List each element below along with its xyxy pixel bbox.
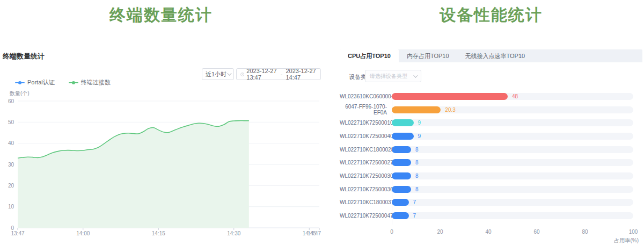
bar-chart-x-label: 占用率(%)	[340, 237, 639, 244]
bar-value-label: 9	[418, 119, 421, 126]
bar-row: WL022710K7250004707	[340, 209, 642, 222]
bar-track: 20.3	[392, 106, 633, 113]
x-tick-label: 13:47	[11, 230, 24, 236]
time-range-select[interactable]: 近1小时	[202, 68, 234, 80]
legend-item[interactable]: Portal认证	[15, 78, 55, 87]
legend-line-dot-icon	[69, 81, 78, 85]
x-tick-label: 14:15	[152, 230, 165, 236]
device-label: WL022710K725000470	[340, 213, 387, 219]
bar-track: 8	[392, 186, 633, 193]
bar-x-tick-label: 80	[582, 229, 588, 235]
bar-row: WL022710K7250004099	[340, 129, 642, 143]
performance-tab-bar: CPU占用TOP10内存占用TOP10无线接入点速率TOP10	[340, 49, 642, 62]
bar-x-tick-label: 0	[390, 229, 393, 235]
date-end: 2023-12-27 14:47	[286, 68, 317, 81]
device-label: WL022710KC18000372	[340, 199, 387, 205]
bar-x-tick-label: 20	[437, 229, 443, 235]
date-start: 2023-12-27 13:47	[246, 68, 277, 81]
y-tick-label: 10	[8, 204, 14, 210]
y-tick-label: 30	[8, 162, 14, 168]
bar-x-tick-label: 40	[485, 229, 491, 235]
date-range-picker[interactable]: 2023-12-27 13:47 - 2023-12-27 14:47	[236, 68, 321, 80]
bar-track: 9	[392, 119, 633, 126]
area-fill	[18, 121, 249, 228]
y-axis-title: 数量(个)	[9, 90, 30, 96]
device-label: WL023610KC06000043	[340, 93, 387, 99]
y-tick-label: 0	[11, 225, 14, 231]
legend-label: Portal认证	[27, 78, 55, 87]
bar-value-label: 8	[415, 146, 419, 153]
bar	[392, 146, 411, 153]
right-section-title: 设备性能统计	[340, 4, 642, 26]
x-tick-label: 14:47	[308, 230, 321, 236]
chevron-down-icon	[227, 71, 231, 75]
bar	[392, 119, 414, 126]
bar	[392, 159, 411, 166]
device-label: WL022710K725000272	[340, 160, 387, 165]
bar	[392, 172, 411, 179]
terminal-count-line-chart: 0102030405060数量(个)13:4714:0014:1514:3014…	[0, 89, 322, 245]
bar-track: 7	[392, 199, 633, 206]
bar-row: WL022710K7250002728	[340, 156, 642, 169]
time-range-value: 近1小时	[206, 70, 226, 78]
y-tick-label: 40	[8, 140, 14, 146]
bar-track: 8	[392, 159, 633, 166]
bar-value-label: 7	[413, 212, 416, 219]
line-chart-legend: Portal认证终端连接数	[15, 78, 111, 87]
bar	[392, 93, 508, 100]
bar-row: WL022710KC180002808	[340, 143, 642, 156]
bar	[392, 106, 441, 113]
bar-track: 7	[392, 212, 633, 219]
bar-value-label: 8	[415, 172, 419, 179]
bar-chart-x-ticks: 020406080100	[340, 229, 642, 235]
dashboard-page: 终端数量统计 设备性能统计 终端数量统计 近1小时 2023-12-27 13:…	[0, 0, 644, 245]
y-tick-label: 50	[8, 119, 14, 125]
legend-label: 终端连接数	[81, 78, 111, 87]
y-tick-label: 20	[8, 183, 14, 189]
bar-value-label: 8	[415, 159, 419, 166]
bar-track: 8	[392, 172, 633, 179]
device-label: WL022710K725000409	[340, 133, 387, 139]
bar-x-tick-label: 100	[629, 229, 638, 235]
bar	[392, 186, 411, 193]
bar-row: WL022710K7250001029	[340, 116, 642, 129]
device-label: WL022710K725000102	[340, 120, 387, 126]
bar-x-tick-label: 60	[533, 229, 539, 235]
bar-track: 8	[392, 146, 633, 153]
bar-value-label: 9	[418, 133, 421, 140]
bar-row: 6047-FF96-1070-EF0A20.3	[340, 103, 642, 117]
x-tick-label: 14:30	[227, 230, 240, 236]
terminal-panel-title: 终端数量统计	[3, 52, 45, 61]
bar-track: 48	[392, 93, 633, 100]
date-separator: -	[280, 71, 284, 77]
device-type-placeholder: 请选择设备类型	[370, 73, 407, 80]
device-label: WL022710K725000369	[340, 186, 387, 192]
bar-row: WL022710K7250003078	[340, 169, 642, 183]
device-label: 6047-FF96-1070-EF0A	[340, 104, 387, 116]
bar-value-label: 8	[415, 186, 419, 193]
legend-line-dot-icon	[15, 81, 25, 85]
chevron-down-icon	[413, 73, 418, 77]
cpu-top10-bar-chart: WL023610KC06000043486047-FF96-1070-EF0A2…	[340, 90, 642, 222]
bar	[392, 133, 414, 140]
clock-icon	[240, 71, 244, 77]
device-label: WL022710K725000307	[340, 173, 387, 179]
tab-active[interactable]: CPU占用TOP10	[340, 49, 399, 62]
device-type-select[interactable]: 请选择设备类型	[365, 70, 421, 82]
y-tick-label: 60	[8, 98, 14, 104]
device-label: WL022710KC18000280	[340, 147, 387, 153]
bar	[392, 212, 409, 219]
bar-value-label: 20.3	[445, 106, 455, 113]
bar-row: WL022710KC180003727	[340, 196, 642, 210]
bar-value-label: 7	[413, 199, 416, 206]
bar-track: 9	[392, 133, 633, 140]
left-section-title: 终端数量统计	[0, 4, 322, 26]
tab-inactive[interactable]: 内存占用TOP10	[399, 49, 457, 62]
bar-row: WL023610KC0600004348	[340, 90, 642, 103]
bar	[392, 199, 409, 206]
legend-item[interactable]: 终端连接数	[69, 78, 111, 87]
x-tick-label: 14:00	[76, 230, 90, 236]
bar-value-label: 48	[512, 93, 518, 100]
bar-row: WL022710K7250003698	[340, 183, 642, 196]
tab-inactive[interactable]: 无线接入点速率TOP10	[457, 49, 533, 62]
